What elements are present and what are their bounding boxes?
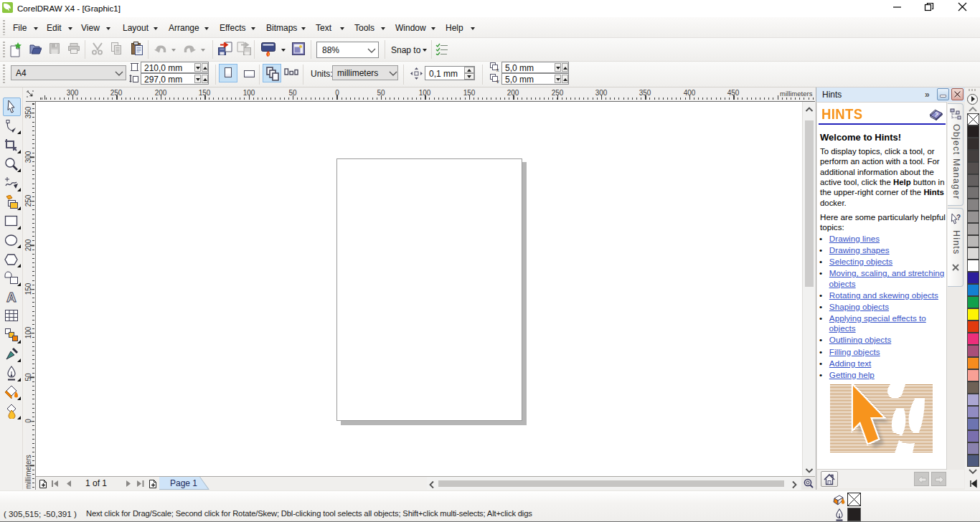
- svg-text:x: x: [496, 67, 499, 72]
- svg-text:A: A: [6, 290, 17, 304]
- svg-text:?: ?: [956, 214, 961, 222]
- svg-text:y: y: [496, 79, 499, 83]
